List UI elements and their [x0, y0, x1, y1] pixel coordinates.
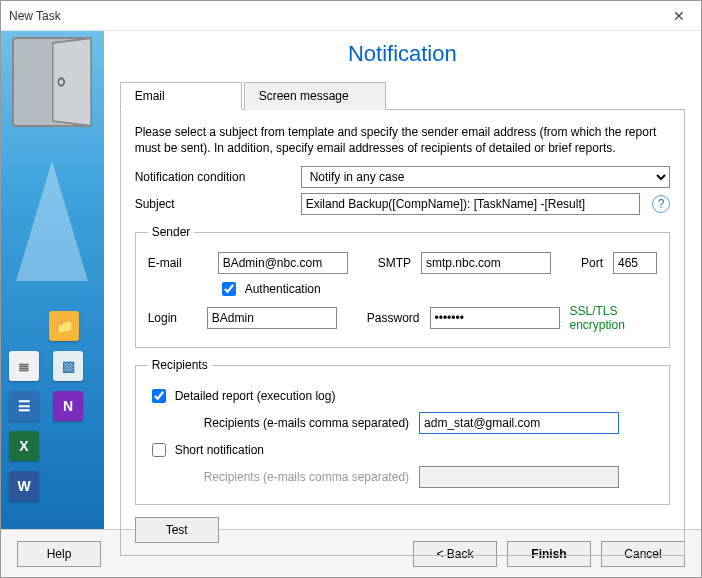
- tab-screen-message[interactable]: Screen message: [244, 82, 386, 110]
- sender-legend: Sender: [148, 225, 195, 239]
- contacts-icon: ☰: [9, 391, 39, 421]
- question-mark-icon: ?: [658, 197, 665, 211]
- short-recipients-input: [419, 466, 619, 488]
- auth-checkbox[interactable]: [222, 282, 236, 296]
- login-label: Login: [148, 311, 197, 325]
- word-icon: W: [9, 471, 39, 501]
- detailed-recipients-label: Recipients (e-mails comma separated): [204, 416, 409, 430]
- short-checkbox[interactable]: [152, 443, 166, 457]
- ssl-label: SSL/TLS encryption: [570, 304, 657, 332]
- recipients-fieldset: Recipients Detailed report (execution lo…: [135, 358, 670, 505]
- test-button-label: Test: [166, 523, 188, 537]
- condition-label: Notification condition: [135, 170, 295, 184]
- body: 📁 ≣▧ ☰N X W Notification Email Screen me…: [1, 31, 701, 529]
- titlebar: New Task ✕: [1, 1, 701, 31]
- safe-door: [52, 37, 92, 127]
- folder-icon: 📁: [49, 311, 79, 341]
- detailed-checkbox-wrap[interactable]: Detailed report (execution log): [148, 386, 336, 406]
- subject-input[interactable]: [301, 193, 640, 215]
- tab-email-label: Email: [135, 89, 165, 103]
- sender-fieldset: Sender E-mail SMTP Port Auth: [135, 225, 670, 348]
- port-label: Port: [581, 256, 603, 270]
- picture-icon: ▧: [53, 351, 83, 381]
- smtp-input[interactable]: [421, 252, 551, 274]
- recipients-legend: Recipients: [148, 358, 212, 372]
- help-button-label: Help: [47, 547, 72, 561]
- tab-screen-label: Screen message: [259, 89, 349, 103]
- tab-panel: Please select a subject from template an…: [120, 110, 685, 556]
- port-input[interactable]: [613, 252, 657, 274]
- smtp-label: SMTP: [378, 256, 411, 270]
- onenote-icon: N: [53, 391, 83, 421]
- arrow-illustration: [16, 161, 88, 281]
- page-title: Notification: [120, 41, 685, 67]
- login-input[interactable]: [207, 307, 337, 329]
- close-icon: ✕: [673, 8, 685, 24]
- main: Notification Email Screen message Please…: [104, 31, 701, 529]
- sidebar: 📁 ≣▧ ☰N X W: [1, 31, 104, 529]
- tab-email[interactable]: Email: [120, 82, 242, 110]
- test-button[interactable]: Test: [135, 517, 219, 543]
- password-label: Password: [367, 311, 420, 325]
- detailed-label: Detailed report (execution log): [175, 389, 336, 403]
- help-button[interactable]: Help: [17, 541, 101, 567]
- detailed-checkbox[interactable]: [152, 389, 166, 403]
- password-input[interactable]: [430, 307, 560, 329]
- row-condition: Notification condition Notify in any cas…: [135, 166, 670, 188]
- condition-select[interactable]: Notify in any case: [301, 166, 670, 188]
- sidebar-icons: 📁 ≣▧ ☰N X W: [1, 303, 104, 519]
- document-icon: ≣: [9, 351, 39, 381]
- short-label: Short notification: [175, 443, 264, 457]
- short-recipients-label: Recipients (e-mails comma separated): [204, 470, 409, 484]
- detailed-recipients-input[interactable]: [419, 412, 619, 434]
- email-input[interactable]: [218, 252, 348, 274]
- subject-label: Subject: [135, 197, 295, 211]
- email-label: E-mail: [148, 256, 208, 270]
- short-checkbox-wrap[interactable]: Short notification: [148, 440, 264, 460]
- test-row: Test: [135, 517, 670, 543]
- close-button[interactable]: ✕: [656, 1, 701, 31]
- tabs: Email Screen message: [120, 81, 685, 110]
- excel-icon: X: [9, 431, 39, 461]
- auth-checkbox-wrap[interactable]: Authentication: [218, 279, 321, 299]
- auth-label: Authentication: [245, 282, 321, 296]
- description-text: Please select a subject from template an…: [135, 124, 670, 156]
- window-title: New Task: [9, 9, 61, 23]
- help-icon[interactable]: ?: [652, 195, 670, 213]
- safe-illustration: [12, 37, 92, 127]
- row-subject: Subject ?: [135, 193, 670, 215]
